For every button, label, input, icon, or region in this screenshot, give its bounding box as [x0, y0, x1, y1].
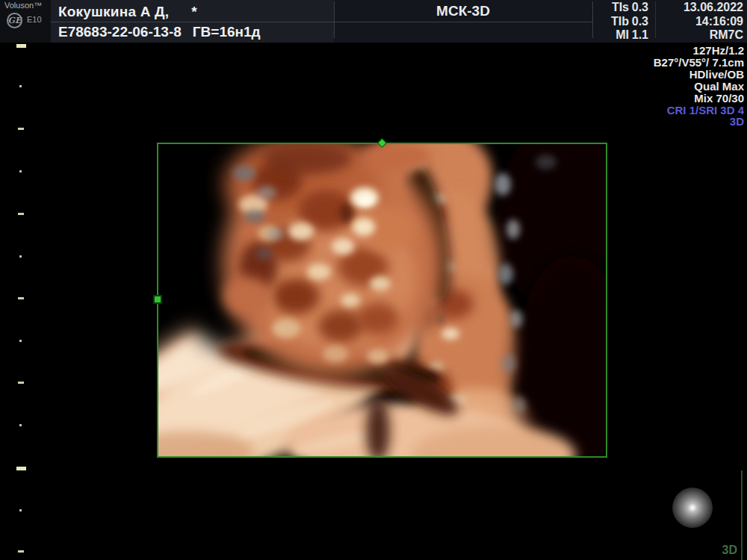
param-line: Qual Max: [654, 81, 744, 93]
ruler-mark: [18, 550, 24, 553]
model-name: E10: [27, 15, 42, 24]
ruler-mark: [19, 340, 22, 342]
ruler-mark: [19, 85, 22, 87]
gestational-age: ГВ=16н1д: [193, 24, 261, 40]
ultrasound-screen: Voluson™ GE E10 Кокушкина А Д,* E78683-2…: [0, 0, 747, 560]
param-line: 127Hz/1.2: [654, 45, 744, 57]
roi-handle-top[interactable]: [377, 138, 387, 148]
ruler-mark: [19, 509, 22, 511]
param-line-cri-sri: CRI 1/SRI 3D 4: [654, 105, 744, 116]
exam-time: 14:16:09: [654, 15, 743, 29]
ge-logo-icon: GE: [7, 13, 22, 28]
ti-value: 1.1: [629, 28, 653, 43]
patient-marker: *: [191, 4, 197, 19]
exam-preset: МСК-3D: [334, 0, 592, 22]
ruler-mark: [19, 424, 22, 426]
ruler-mark: [18, 297, 24, 299]
top-status-bar: Voluson™ GE E10 Кокушкина А Д,* E78683-2…: [0, 0, 747, 43]
patient-id: E78683-22-06-13-8: [58, 24, 182, 40]
topbar-divider-horizontal: [51, 22, 592, 22]
param-line: B27°/V55°/ 7.1cm: [654, 57, 744, 69]
mode-label-3d: 3D: [722, 544, 737, 557]
ruler-mark: [16, 44, 26, 48]
ruler-mark: [19, 255, 22, 258]
product-name: Voluson™: [4, 1, 42, 10]
patient-id-row: E78683-22-06-13-8ГВ=16н1д: [58, 23, 261, 40]
render-frame-corner: [741, 470, 743, 560]
ruler-mark: [18, 213, 24, 215]
ti-value: 0.3: [629, 1, 653, 15]
datetime-panel: 13.06.2022 14:16:09 RM7C: [654, 1, 743, 43]
ti-value: 0.3: [629, 15, 653, 29]
patient-name: Кокушкина А Д,: [58, 4, 169, 19]
exam-date: 13.06.2022: [654, 1, 743, 15]
ti-row: TIb 0.3: [593, 15, 653, 29]
topbar-divider-1: [334, 1, 335, 38]
param-line-3d: 3D: [654, 116, 744, 128]
ti-label: MI: [602, 28, 629, 43]
ti-row: TIs 0.3: [593, 1, 653, 15]
trackball-indicator: [672, 488, 713, 528]
param-line: HDlive/OB: [654, 69, 744, 81]
acquisition-params: 127Hz/1.2 B27°/V55°/ 7.1cm HDlive/OB Qua…: [654, 45, 744, 128]
roi-handle-left[interactable]: [153, 295, 162, 304]
ruler-mark: [18, 382, 24, 384]
ti-label: TIb: [602, 15, 629, 29]
ruler-mark: [16, 467, 26, 470]
probe-name: RM7C: [654, 28, 743, 43]
roi-box[interactable]: [157, 143, 607, 458]
ruler-mark: [19, 170, 22, 172]
thermal-index-panel: TIs 0.3 TIb 0.3 MI 1.1: [593, 1, 653, 43]
vendor-logo-block: Voluson™ GE E10: [0, 0, 51, 43]
param-line: Mix 70/30: [654, 93, 744, 105]
ti-row: MI 1.1: [593, 28, 653, 43]
ruler-mark: [18, 128, 24, 130]
patient-name-row: Кокушкина А Д,*: [58, 2, 197, 21]
ti-label: TIs: [602, 1, 629, 15]
